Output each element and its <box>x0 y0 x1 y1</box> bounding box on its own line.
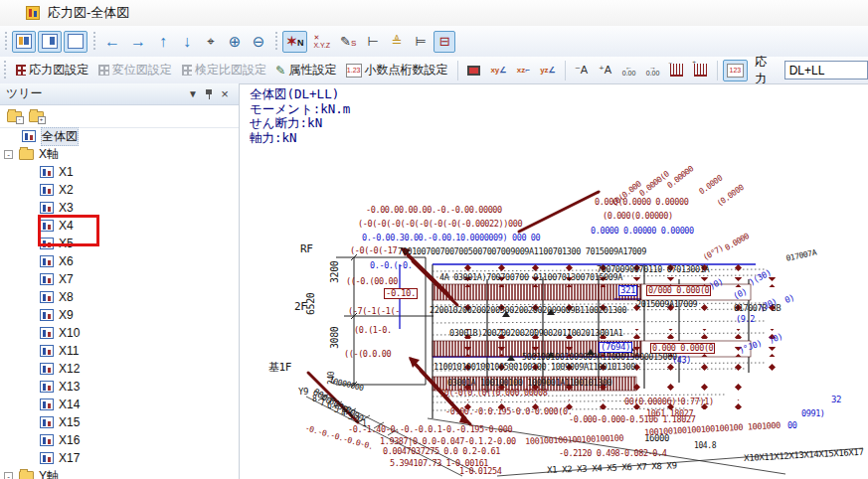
diagram-annotation: -0.10. <box>384 288 418 299</box>
drawing-area[interactable]: 全体図(DL+LL)モーメント:kN.mせん断力:kN軸力:kN <box>240 83 868 479</box>
attribute-settings-label: 属性設定 <box>288 62 336 79</box>
expand-folder-icon: + <box>29 111 44 122</box>
hatch-decrease-button[interactable]: ⁻ <box>666 60 688 81</box>
diagram-annotation: 104.8 <box>694 442 716 450</box>
tree-item-x5[interactable]: X5 <box>0 235 239 252</box>
diagram-annotation: 0.0000 <box>724 233 751 252</box>
plane-yz-button[interactable]: yz∠ <box>536 60 559 81</box>
diagram-annotation: 0.-0.00.30.00.-0.00.10.0000009) 000 00 <box>362 234 540 242</box>
toolbar-grip[interactable] <box>273 32 278 52</box>
section-toggle[interactable]: ⊟ <box>434 31 455 53</box>
tree-item-x17[interactable]: X17 <box>0 449 239 467</box>
decimal-decrease-button[interactable]: ←0.00 <box>618 60 640 81</box>
decimal-places-settings-button[interactable]: 1.23小数点桁数設定 <box>342 60 452 81</box>
zoom-region-button[interactable]: ⌖ <box>200 31 222 53</box>
hatch-increase-button[interactable]: ⁺ <box>690 60 712 81</box>
hatch-minus-icon: ⁻ <box>670 64 683 77</box>
zoom-out-button[interactable]: ⊖ <box>248 31 269 53</box>
tree-x-list: X1X2X3X4X5X6X7X8X9X10X11X12X13X14X15X16X… <box>0 163 239 467</box>
tree-item-zentaizu[interactable]: 全体図 <box>0 127 239 145</box>
tree-item-x3[interactable]: X3 <box>0 199 239 217</box>
diagram-annotation: 0.0047037275 0.0 0.2-0.61 <box>383 447 500 456</box>
displacement-diagram-settings-button[interactable]: 変位図設定 <box>94 60 175 81</box>
value-display-toggle[interactable]: 123 <box>723 60 749 81</box>
xyz-coords-button[interactable]: ✕X.Y.Z <box>309 31 334 53</box>
hatch-plus-icon: ⁺ <box>694 64 707 77</box>
tree-item-x4[interactable]: X4 <box>0 217 239 235</box>
diagram-annotation: 3080 <box>330 327 340 349</box>
node-axis-toggle[interactable]: ✶N <box>282 31 307 53</box>
pin-support-button[interactable]: ≜ <box>386 31 408 53</box>
collapse-box-icon[interactable]: - <box>4 150 13 159</box>
support-display-button[interactable]: ⊢ <box>362 31 384 53</box>
diagram-annotation: 0/000 0.000(0 <box>646 285 711 296</box>
toolbar-grip[interactable] <box>3 61 8 80</box>
tree-item-x2[interactable]: X2 <box>0 181 239 199</box>
tree-item-x1[interactable]: X1 <box>0 163 239 181</box>
diagram-annotation: 0991) <box>801 409 825 418</box>
tree-item-x13[interactable]: X13 <box>0 378 239 396</box>
tree-panel: ツリー ▼ × - + 全体図 - X軸 X1X2X3X4X5X6X7X8X9X… <box>0 83 240 479</box>
attribute-pencil-icon: ✎ <box>275 64 285 78</box>
diagram-annotation: ((-0.(00.00 <box>346 277 398 286</box>
tree-item-label: X15 <box>59 415 80 429</box>
pan-right-button[interactable]: → <box>126 31 150 53</box>
plane-xy-button[interactable]: xy∠ <box>487 60 511 81</box>
zoom-in-button[interactable]: ⊕ <box>224 31 246 53</box>
diagram-icon <box>40 381 54 393</box>
tree-item-x9[interactable]: X9 <box>0 306 239 324</box>
tree-pane-toggle[interactable] <box>12 31 36 53</box>
tree-group-y-axis[interactable]: - Y軸 <box>0 467 239 479</box>
collapse-box-icon[interactable]: - <box>4 472 13 479</box>
left-arrow-icon: ← <box>104 33 120 51</box>
diagram-annotation: (-7(-1(-1(- <box>348 307 400 316</box>
tree-item-x11[interactable]: X11 <box>0 342 239 360</box>
diagram-annotation: (9.2 <box>736 315 755 324</box>
tree-item-x8[interactable]: X8 <box>0 288 239 306</box>
font-smaller-button[interactable]: ⁻A <box>571 60 593 81</box>
diagram-annotation: 110010100100100500100100 1009009A1100101… <box>434 363 635 372</box>
roller-support-button[interactable]: ⊨ <box>410 31 432 53</box>
panel-menu-button[interactable]: ▼ <box>185 86 201 101</box>
load-case-combobox[interactable]: DL+LL <box>784 61 868 80</box>
collapse-all-button[interactable]: - <box>4 107 24 125</box>
diagram-annotation: 10000000 <box>328 377 364 393</box>
font-larger-button[interactable]: ⁺A <box>595 60 616 81</box>
decimal-increase-button[interactable]: →0.00 <box>642 60 664 81</box>
report-pane-toggle[interactable] <box>38 31 62 53</box>
tree-item-x10[interactable]: X10 <box>0 324 239 342</box>
report-pane-icon <box>42 34 58 49</box>
stress-combo-label: 応力 <box>755 54 779 87</box>
tree-item-x6[interactable]: X6 <box>0 252 239 270</box>
panel-close-button[interactable]: × <box>217 86 233 101</box>
expand-all-button[interactable]: + <box>26 107 46 125</box>
node-axis-icon: ✶N <box>286 34 303 49</box>
stress-diagram-settings-button[interactable]: 応力図設定 <box>12 60 92 81</box>
tree-item-x14[interactable]: X14 <box>0 396 239 413</box>
toolbar-separator <box>717 61 718 80</box>
measure-button[interactable]: ✎S <box>336 31 360 53</box>
xyz-coords-icon: ✕X.Y.Z <box>313 34 330 49</box>
panel-pin-button[interactable] <box>201 86 217 101</box>
diagram-annotation: -0.00.00.00.00.-0.-0.00.00000 <box>366 206 502 215</box>
stress-diagram-3d[interactable]: RF2F基1F320065203080240Y98765432180008000… <box>249 84 868 479</box>
display-button[interactable] <box>463 60 485 81</box>
tree-item-x7[interactable]: X7 <box>0 270 239 288</box>
cascade-windows-toggle[interactable] <box>64 31 87 53</box>
toolbar-grip[interactable] <box>91 32 96 52</box>
tree-item-x12[interactable]: X12 <box>0 360 239 378</box>
tree-group-x-axis[interactable]: - X軸 <box>0 145 239 163</box>
right-arrow-icon: → <box>130 33 146 51</box>
tree-item-label: X2 <box>59 183 74 197</box>
tree-item-x15[interactable]: X15 <box>0 413 239 431</box>
attribute-settings-button[interactable]: ✎属性設定 <box>272 60 340 81</box>
pan-left-button[interactable]: ← <box>100 31 124 53</box>
toolbar-grip[interactable] <box>3 32 8 52</box>
pan-down-button[interactable]: ↓ <box>176 31 198 53</box>
tree-item-label: X16 <box>59 433 80 447</box>
plane-yz-icon: yz∠ <box>540 66 556 75</box>
tree-item-x16[interactable]: X16 <box>0 431 239 449</box>
plane-xz-button[interactable]: xz⌐ <box>512 60 534 81</box>
pan-up-button[interactable]: ↑ <box>152 31 174 53</box>
check-ratio-settings-button[interactable]: 検定比図設定 <box>178 60 270 81</box>
